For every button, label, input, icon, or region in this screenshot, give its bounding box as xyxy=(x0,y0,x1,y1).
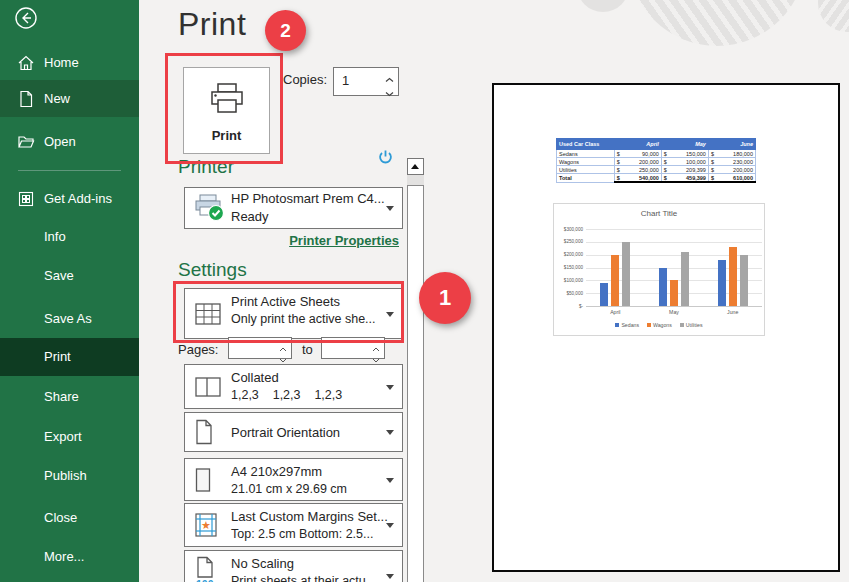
sidebar-item-print[interactable]: Print xyxy=(0,338,139,376)
preview-bar-chart: Chart Title $-$50,000$100,000$150,000$20… xyxy=(553,203,765,336)
preview-spreadsheet-table: Used Car ClassAprilMayJuneSedans$90,000$… xyxy=(556,138,756,183)
row-label: Utilities xyxy=(557,166,615,174)
y-axis-tick-label: $200,000 xyxy=(554,252,583,257)
sidebar-item-save[interactable]: Save xyxy=(0,262,139,290)
sidebar-item-label: Save xyxy=(44,262,74,290)
y-axis-tick-label: $- xyxy=(554,304,583,309)
settings-scrollbar[interactable] xyxy=(407,150,424,582)
orientation-dropdown[interactable]: Portrait Orientation xyxy=(184,412,403,452)
legend-item: Utilities xyxy=(680,322,703,328)
spinner-up-icon[interactable] xyxy=(382,69,396,80)
dropdown-caret-icon xyxy=(386,430,394,435)
row-label: Total xyxy=(557,174,615,183)
annotation-badge-2: 2 xyxy=(265,10,306,51)
row-value: $90,000 xyxy=(614,150,661,158)
sidebar-item-home[interactable]: Home xyxy=(0,49,139,77)
dropdown-line1: A4 210x297mm xyxy=(231,464,322,479)
bar xyxy=(718,260,726,306)
row-label: Sedans xyxy=(557,150,615,158)
sidebar-item-share[interactable]: Share xyxy=(0,383,139,411)
spinner-down-icon[interactable] xyxy=(279,349,288,358)
row-value: $209,399 xyxy=(661,166,708,174)
bar xyxy=(622,242,630,306)
decorative-striped-circle xyxy=(818,0,849,32)
spinner-down-icon[interactable] xyxy=(382,83,396,94)
add-ins-icon xyxy=(17,190,35,208)
open-folder-icon xyxy=(17,133,35,151)
legend-label: Sedans xyxy=(621,322,639,328)
sidebar-item-label: More... xyxy=(44,543,84,571)
new-document-icon xyxy=(17,90,35,108)
bar xyxy=(600,283,608,306)
scrollbar-thumb[interactable] xyxy=(407,185,424,582)
sidebar-item-label: New xyxy=(44,80,70,117)
table-row: Sedans$90,000$150,000$180,000 xyxy=(557,150,756,158)
paper-size-dropdown[interactable]: A4 210x297mm 21.01 cm x 29.69 cm xyxy=(184,458,403,501)
bar xyxy=(659,268,667,307)
row-label: Wagons xyxy=(557,158,615,166)
sidebar-item-label: Home xyxy=(44,49,79,77)
table-header-row: Used Car ClassAprilMayJune xyxy=(557,139,756,150)
legend-label: Wagons xyxy=(653,322,672,328)
row-value: $610,000 xyxy=(708,174,755,183)
bar xyxy=(670,280,678,306)
scrollbar-track[interactable] xyxy=(407,175,424,185)
sidebar-item-close[interactable]: Close xyxy=(0,504,139,532)
dropdown-line1: Collated xyxy=(231,370,279,385)
row-value: $459,399 xyxy=(661,174,708,183)
backstage-sidebar: Home New Open Get Add-ins xyxy=(0,0,139,582)
scroll-up-button[interactable] xyxy=(407,158,424,175)
table-row: Wagons$200,000$100,000$230,000 xyxy=(557,158,756,166)
bar-group xyxy=(586,229,645,306)
row-value: $540,000 xyxy=(614,174,661,183)
chart-title: Chart Title xyxy=(554,209,764,218)
collation-dropdown[interactable]: Collated 1,2,3 1,2,3 1,2,3 xyxy=(184,364,403,409)
row-value: $200,000 xyxy=(614,158,661,166)
sidebar-item-label: Export xyxy=(44,423,82,451)
sidebar-item-export[interactable]: Export xyxy=(0,423,139,451)
copies-value: 1 xyxy=(342,73,349,88)
sidebar-item-get-add-ins[interactable]: Get Add-ins xyxy=(0,185,139,213)
y-axis-tick-label: $100,000 xyxy=(554,278,583,283)
sidebar-item-label: Save As xyxy=(44,305,92,333)
excel-backstage-print-view: Home New Open Get Add-ins xyxy=(0,0,849,582)
margins-dropdown[interactable]: ★ Last Custom Margins Set... Top: 2.5 cm… xyxy=(184,503,403,547)
sidebar-item-publish[interactable]: Publish xyxy=(0,462,139,490)
sidebar-item-new[interactable]: New xyxy=(0,80,139,117)
svg-text:★: ★ xyxy=(201,519,211,531)
dropdown-line2: 1,2,3 1,2,3 1,2,3 xyxy=(231,388,342,402)
table-row: Total$540,000$459,399$610,000 xyxy=(557,174,756,183)
back-button[interactable] xyxy=(14,6,38,30)
sidebar-item-open[interactable]: Open xyxy=(0,128,139,156)
legend-item: Wagons xyxy=(647,322,672,328)
dropdown-caret-icon xyxy=(386,206,394,211)
y-axis-tick-label: $50,000 xyxy=(554,291,583,296)
sidebar-item-label: Get Add-ins xyxy=(44,185,112,213)
sidebar-item-more[interactable]: More... xyxy=(0,543,139,571)
legend-swatch-icon xyxy=(647,323,651,327)
legend-swatch-icon xyxy=(680,323,684,327)
printer-ready-icon xyxy=(194,194,226,222)
margins-icon: ★ xyxy=(194,512,218,538)
paper-size-icon xyxy=(194,467,212,493)
decorative-circle xyxy=(577,0,629,12)
dropdown-line2: Top: 2.5 cm Bottom: 2.5... xyxy=(231,527,373,541)
spinner-down-icon[interactable] xyxy=(372,349,381,358)
dropdown-line1: No Scaling xyxy=(231,556,294,571)
row-value: $250,000 xyxy=(614,166,661,174)
copies-input[interactable]: 1 xyxy=(333,67,399,96)
scroll-up-icon xyxy=(411,164,419,169)
printer-selector-dropdown[interactable]: HP Photosmart Prem C4... Ready xyxy=(184,187,403,229)
y-axis-tick-label: $150,000 xyxy=(554,265,583,270)
power-icon xyxy=(377,149,394,166)
sidebar-item-save-as[interactable]: Save As xyxy=(0,305,139,333)
svg-text:100: 100 xyxy=(196,578,214,582)
sidebar-item-info[interactable]: Info xyxy=(0,223,139,251)
dropdown-caret-icon xyxy=(386,478,394,483)
scaling-dropdown[interactable]: 100 No Scaling Print sheets at their act… xyxy=(184,550,403,582)
legend-item: Sedans xyxy=(615,322,639,328)
printer-properties-link[interactable]: Printer Properties xyxy=(184,233,399,248)
bar xyxy=(740,255,748,306)
table-header-cell: Used Car Class xyxy=(557,139,615,150)
pages-to-label: to xyxy=(302,342,313,357)
